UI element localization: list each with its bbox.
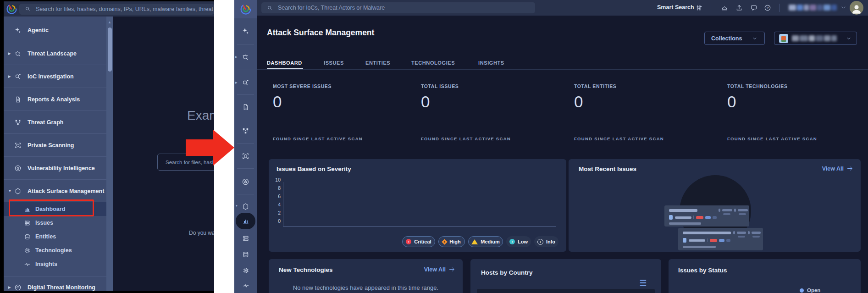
rail-item-reports-analysis[interactable] [234, 99, 257, 115]
card-title: New Technologies [279, 266, 333, 273]
sidebar-item-ioc-investigation[interactable]: ▶ IoC Investigation [4, 65, 106, 88]
sidebar-subitem-dashboard[interactable]: Dashboard [4, 202, 106, 216]
sidebar-label: Threat Landscape [28, 50, 77, 57]
left-search-input[interactable] [35, 6, 214, 13]
empty-state-text: No new technologies have appeared in thi… [269, 284, 463, 291]
left-topbar [4, 1, 214, 17]
radar-icon [12, 50, 24, 57]
status-legend-open[interactable]: Open [800, 287, 820, 293]
sidebar-item-reports-analysis[interactable]: Reports & Analysis [4, 88, 106, 111]
sidebar-item-threat-graph[interactable]: Threat Graph [4, 111, 106, 133]
stat-sublabel: FOUND SINCE LAST ACTIVE SCAN [727, 136, 817, 141]
chart-y-axis [283, 182, 283, 226]
rail-item-ioc-investigation[interactable] [234, 74, 257, 91]
scope-favicon [779, 34, 788, 43]
sidebar-item-private-scanning[interactable]: Private Scanning [4, 133, 106, 156]
stat-value: 0 [421, 93, 558, 111]
country-table-header [477, 289, 655, 293]
legend-label: Medium [481, 239, 500, 244]
sidebar-item-agentic[interactable]: Agentic [4, 19, 106, 42]
legend-pill-info[interactable]: i Info [534, 236, 558, 247]
sidebar-item-vulnerability-intelligence[interactable]: Vulnerability Intelligence [4, 156, 106, 179]
rail-item-vulnerability-intelligence[interactable] [234, 173, 257, 190]
search-icon [25, 6, 31, 12]
scope-dropdown[interactable] [774, 32, 857, 45]
collapsed-sidebar-rail: ▶ ▶ ▼ [234, 0, 257, 293]
rail-item-insights[interactable] [234, 277, 257, 293]
legend-pill-critical[interactable]: ! Critical [402, 236, 435, 247]
virustotal-logo-icon[interactable] [4, 3, 19, 15]
legend-pill-high[interactable]: ! High [438, 236, 465, 247]
sidebar-scrollbar[interactable]: ▲ [106, 17, 113, 291]
avatar[interactable] [850, 1, 863, 15]
navbar-divider [711, 4, 711, 12]
caret-right-icon[interactable]: ▶ [8, 52, 12, 55]
global-search[interactable] [261, 2, 535, 13]
global-search-input[interactable] [277, 4, 535, 11]
hamburger-icon[interactable]: ☰ [640, 279, 647, 287]
tab-issues[interactable]: ISSUES [324, 60, 344, 66]
caret-right-icon[interactable]: ▶ [8, 75, 12, 78]
virustotal-logo-icon[interactable] [234, 0, 257, 18]
stat-total-technologies: TOTAL TECHNOLOGIES 0 FOUND SINCE LAST AC… [727, 83, 865, 111]
sidebar-item-threat-landscape[interactable]: ▶ Threat Landscape [4, 42, 106, 65]
tab-insights[interactable]: INSIGHTS [478, 60, 504, 66]
tab-dashboard[interactable]: DASHBOARD [267, 60, 302, 66]
card-title: Issues Based on Severity [276, 166, 351, 172]
collections-dropdown[interactable]: Collections [704, 32, 765, 45]
chevron-down-icon[interactable] [840, 4, 847, 11]
dashboard-main: Attack Surface Management Collections DA… [257, 16, 868, 293]
rail-item-threat-landscape[interactable] [234, 49, 257, 65]
magnifier-leaf-icon [12, 73, 24, 80]
sidebar-subitem-insights[interactable]: Insights [4, 257, 106, 271]
sidebar-label: Vulnerability Intelligence [28, 165, 95, 171]
sidebar-label: Entities [35, 233, 56, 240]
database-icon [22, 233, 32, 240]
issues-by-status-card: Issues by Status Open [669, 259, 861, 293]
y-tick: 10 [271, 177, 281, 182]
high-severity-icon: ! [442, 239, 448, 245]
tab-technologies[interactable]: TECHNOLOGIES [411, 60, 455, 66]
sidebar-subitem-entities[interactable]: Entities [4, 230, 106, 243]
y-tick: 2 [271, 210, 281, 216]
tab-entities[interactable]: ENTITIES [365, 60, 390, 66]
rail-item-agentic[interactable] [234, 22, 257, 39]
sidebar-subitem-issues[interactable]: Issues [4, 216, 106, 230]
rail-item-private-scanning[interactable] [234, 148, 257, 164]
sidebar-subitem-technologies[interactable]: Technologies [4, 243, 106, 257]
sidebar-item-attack-surface-management[interactable]: ▼ Attack Surface Management [4, 179, 106, 202]
view-all-link[interactable]: View All [822, 165, 853, 172]
scrollbar-up-arrow[interactable]: ▲ [106, 20, 113, 24]
view-all-link[interactable]: View All [424, 266, 455, 273]
tabs-divider [257, 69, 868, 70]
rail-item-threat-graph[interactable] [234, 122, 257, 139]
stat-label: TOTAL ENTITIES [574, 83, 712, 89]
sidebar-label: Insights [35, 261, 57, 267]
legend-pill-low[interactable]: ! Low [506, 236, 531, 247]
upload-icon[interactable] [735, 4, 743, 11]
card-title: Issues by Status [678, 267, 727, 274]
help-icon[interactable] [764, 4, 771, 11]
stat-sublabel: FOUND SINCE LAST ACTIVE SCAN [421, 136, 511, 141]
rail-item-issues[interactable] [234, 230, 257, 247]
bell-icon[interactable] [721, 4, 728, 11]
sidebar-item-digital-threat-monitoring[interactable]: ▶ Digital Threat Monitoring [4, 277, 106, 293]
stat-sublabel: FOUND SINCE LAST ACTIVE SCAN [273, 136, 363, 141]
stat-total-entities: TOTAL ENTITIES 0 FOUND SINCE LAST ACTIVE… [574, 83, 712, 111]
stat-value: 0 [727, 93, 865, 111]
rail-item-technologies[interactable] [234, 262, 257, 279]
chat-icon[interactable] [750, 4, 757, 11]
caret-down-icon[interactable]: ▼ [8, 189, 12, 193]
scrollbar-thumb[interactable] [108, 28, 112, 72]
left-global-search[interactable] [19, 4, 214, 15]
info-severity-icon: i [537, 239, 543, 245]
smart-search-label[interactable]: Smart Search [657, 4, 694, 11]
rail-item-attack-surface-management[interactable] [234, 198, 257, 215]
caret-right-icon[interactable]: ▶ [8, 286, 12, 289]
chevron-down-icon [752, 35, 758, 42]
rail-item-entities[interactable] [234, 246, 257, 263]
sliders-icon[interactable] [696, 4, 703, 11]
rail-item-dashboard-active[interactable] [234, 213, 257, 229]
legend-pill-medium[interactable]: Medium [468, 236, 503, 247]
stat-total-issues: TOTAL ISSUES 0 FOUND SINCE LAST ACTIVE S… [421, 83, 558, 111]
